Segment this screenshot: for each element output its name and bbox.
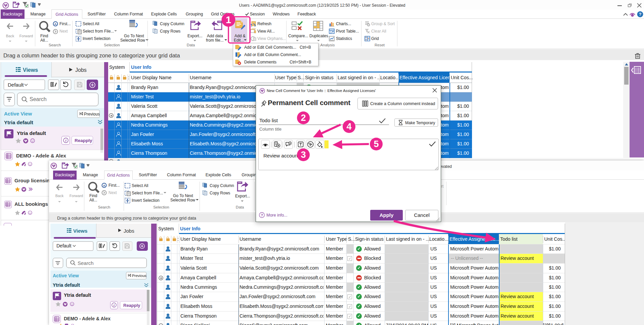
svg-text:4: 4 — [346, 122, 351, 132]
svg-text:1: 1 — [226, 14, 231, 25]
svg-text:2: 2 — [301, 113, 306, 123]
svg-text:5: 5 — [374, 139, 379, 149]
svg-text:3: 3 — [301, 150, 306, 160]
